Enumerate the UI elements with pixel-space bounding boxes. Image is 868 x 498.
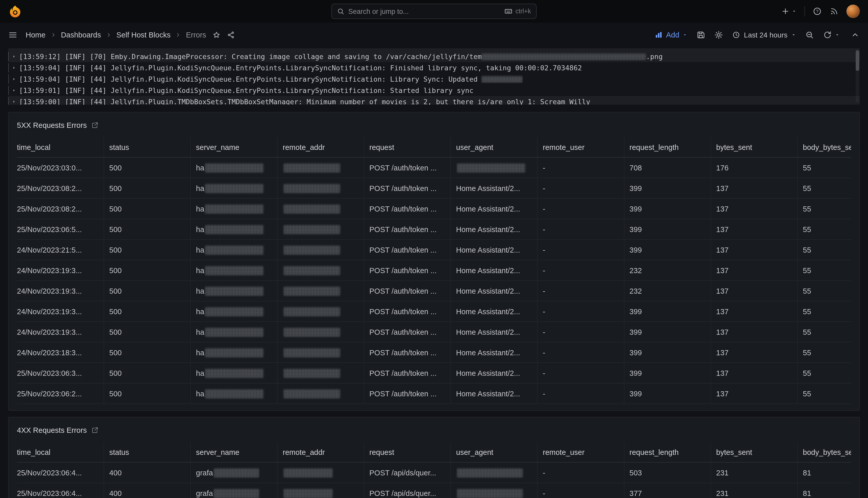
column-header-server_name[interactable]: server_name	[190, 442, 277, 462]
cell-bytes_sent: 137	[710, 342, 797, 363]
cell-remote_user: -	[537, 199, 624, 219]
log-line-text: [13:59:04] [INF] [44] Jellyfin.Plugin.Ko…	[19, 64, 582, 72]
breadcrumb-item[interactable]: Self Host Blocks	[117, 31, 171, 39]
cell-request: POST /auth/token ...	[364, 260, 450, 280]
cell-request_length: 377	[624, 483, 710, 498]
column-header-remote_user[interactable]: remote_user	[537, 442, 624, 462]
column-header-remote_addr[interactable]: remote_addr	[277, 442, 364, 462]
table-row: 25/Nov/2023:06:4...400grafaPOST /api/ds/…	[17, 462, 851, 483]
cell-request_length: 399	[624, 301, 710, 322]
cell-request_length: 399	[624, 219, 710, 239]
cell-remote_addr	[277, 383, 364, 404]
column-header-remote_user[interactable]: remote_user	[537, 137, 624, 157]
table-row: 24/Nov/2023:18:3...500haPOST /auth/token…	[17, 342, 851, 363]
column-header-server_name[interactable]: server_name	[190, 137, 277, 157]
cell-remote_addr	[277, 322, 364, 342]
table-row: 24/Nov/2023:19:3...500haPOST /auth/token…	[17, 260, 851, 281]
help-icon[interactable]: ?	[813, 7, 822, 16]
column-header-bytes_sent[interactable]: bytes_sent	[710, 442, 797, 462]
column-header-status[interactable]: status	[104, 137, 190, 157]
column-header-request[interactable]: request	[364, 137, 450, 157]
column-header-request_length[interactable]: request_length	[624, 442, 710, 462]
news-icon[interactable]	[829, 7, 839, 16]
search-input[interactable]: Search or jump to... ctrl+k	[331, 4, 537, 19]
refresh-icon[interactable]	[823, 30, 832, 40]
log-row[interactable]: [13:59:04] [INF] [44] Jellyfin.Plugin.Ko…	[8, 74, 860, 85]
expand-caret-icon[interactable]	[9, 99, 19, 104]
cell-time_local: 24/Nov/2023:19:3...	[17, 328, 104, 336]
redacted-value	[284, 184, 340, 193]
column-header-user_agent[interactable]: user_agent	[450, 442, 537, 462]
breadcrumb-item: Errors	[186, 31, 206, 39]
log-row[interactable]: [13:59:04] [INF] [44] Jellyfin.Plugin.Ko…	[8, 62, 860, 74]
cell-bytes_sent: 137	[710, 240, 797, 260]
share-icon[interactable]	[227, 31, 235, 39]
expand-caret-icon[interactable]	[9, 65, 19, 70]
cell-time_local: 25/Nov/2023:08:2...	[17, 205, 104, 213]
cell-remote_user: -	[537, 219, 624, 239]
p5-body: 25/Nov/2023:03:0...500haPOST /auth/token…	[17, 158, 851, 404]
breadcrumb-item[interactable]: Dashboards	[61, 31, 101, 39]
expand-caret-icon[interactable]	[9, 54, 19, 59]
grafana-logo[interactable]	[8, 4, 22, 18]
settings-icon[interactable]	[714, 30, 723, 40]
expand-caret-icon[interactable]	[9, 88, 19, 93]
clock-icon	[732, 31, 740, 39]
external-link-icon[interactable]	[91, 122, 98, 129]
time-range-picker[interactable]: Last 24 hours	[732, 31, 796, 39]
cell-remote_addr	[277, 240, 364, 260]
user-avatar[interactable]	[846, 5, 860, 18]
add-button[interactable]: Add	[655, 31, 688, 39]
cell-remote_user: -	[537, 363, 624, 383]
scrollbar[interactable]	[856, 49, 859, 103]
column-header-request[interactable]: request	[364, 442, 450, 462]
table-row: 24/Nov/2023:19:3...500haPOST /auth/token…	[17, 322, 851, 342]
star-icon[interactable]	[212, 31, 221, 39]
cell-body_bytes_sent: 81	[797, 462, 851, 483]
cell-remote_user: -	[537, 322, 624, 342]
column-header-body_bytes_se[interactable]: body_bytes_se	[797, 137, 851, 157]
save-dashboard-icon[interactable]	[696, 30, 705, 40]
cell-request: POST /auth/token ...	[364, 363, 450, 383]
redacted-value	[457, 468, 523, 477]
cell-bytes_sent: 137	[710, 219, 797, 239]
table-row: 25/Nov/2023:06:3...500haPOST /auth/token…	[17, 363, 851, 383]
panel-5xx: 5XX Requests Errors time_localstatusserv…	[8, 112, 860, 411]
column-header-request_length[interactable]: request_length	[624, 137, 710, 157]
log-row[interactable]: [13:59:12] [INF] [70] Emby.Drawing.Image…	[8, 51, 860, 62]
column-header-time_local[interactable]: time_local	[17, 143, 104, 151]
cell-remote_addr	[277, 483, 364, 498]
cell-bytes_sent: 137	[710, 260, 797, 280]
table-row: 25/Nov/2023:06:4...400grafaPOST /api/ds/…	[17, 483, 851, 498]
redacted-value	[284, 307, 340, 316]
menu-icon[interactable]	[8, 30, 17, 40]
zoom-out-icon[interactable]	[805, 30, 814, 40]
new-menu-button[interactable]	[781, 7, 797, 16]
log-row[interactable]: [13:59:00] [INF] [44] Jellyfin.Plugin.TM…	[8, 96, 860, 105]
cell-status: 400	[104, 462, 190, 483]
cell-request: POST /auth/token ...	[364, 301, 450, 322]
cell-bytes_sent: 176	[710, 158, 797, 178]
svg-text:?: ?	[816, 9, 818, 14]
keyboard-icon	[504, 7, 513, 15]
cell-request_length: 399	[624, 383, 710, 404]
scrollbar-thumb[interactable]	[856, 50, 859, 71]
chevron-down-icon	[682, 32, 688, 38]
cell-bytes_sent: 137	[710, 199, 797, 219]
column-header-body_bytes_se[interactable]: body_bytes_se	[797, 442, 851, 462]
breadcrumb-item[interactable]: Home	[26, 31, 45, 39]
collapse-up-icon[interactable]	[851, 30, 860, 40]
column-header-status[interactable]: status	[104, 442, 190, 462]
redacted-value	[284, 488, 333, 498]
cell-user_agent: Home Assistant/2...	[450, 363, 537, 383]
cell-remote_addr	[277, 260, 364, 280]
external-link-icon[interactable]	[91, 427, 98, 434]
cell-user_agent: Home Assistant/2...	[450, 240, 537, 260]
column-header-remote_addr[interactable]: remote_addr	[277, 137, 364, 157]
column-header-user_agent[interactable]: user_agent	[450, 137, 537, 157]
refresh-interval-caret-icon[interactable]	[835, 32, 840, 38]
column-header-time_local[interactable]: time_local	[17, 448, 104, 456]
expand-caret-icon[interactable]	[9, 77, 19, 82]
log-row[interactable]: [13:59:01] [INF] [44] Jellyfin.Plugin.Ko…	[8, 85, 860, 96]
column-header-bytes_sent[interactable]: bytes_sent	[710, 137, 797, 157]
